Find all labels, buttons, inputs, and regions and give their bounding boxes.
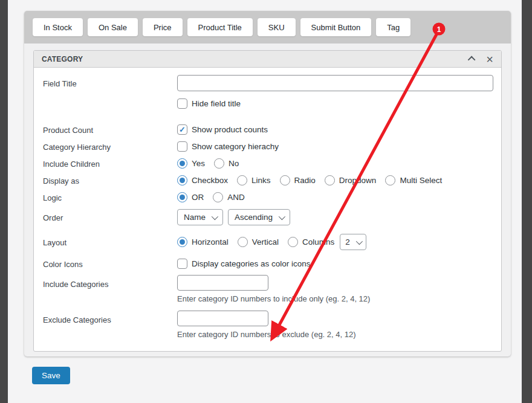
field-button-product-title[interactable]: Product Title [187, 18, 253, 36]
exclude-categories-label: Exclude Categories [43, 311, 177, 324]
layout-vertical-option[interactable]: Vertical [238, 237, 279, 247]
hide-field-title-option[interactable]: Hide field title [177, 98, 493, 109]
include-categories-input[interactable] [177, 275, 268, 291]
layout-vertical-radio[interactable] [238, 237, 248, 247]
page-background: In Stock On Sale Price Product Title SKU… [8, 0, 522, 403]
field-title-input[interactable] [177, 75, 493, 91]
show-category-hierarchy-checkbox[interactable] [177, 141, 187, 152]
show-product-counts-option[interactable]: Show product counts [177, 124, 493, 135]
include-children-yes-radio[interactable] [177, 158, 187, 169]
category-panel-header: CATEGORY × [34, 51, 501, 68]
order-direction-select[interactable]: Ascending [228, 209, 290, 225]
logic-and-option[interactable]: AND [213, 192, 245, 202]
logic-label: Logic [43, 192, 177, 202]
order-label: Order [43, 212, 177, 222]
field-type-toolbar: In Stock On Sale Price Product Title SKU… [24, 11, 511, 44]
category-panel: CATEGORY × Field Title [33, 50, 502, 352]
display-as-checkbox-radio[interactable] [177, 175, 187, 185]
display-as-links-option[interactable]: Links [237, 175, 271, 185]
hide-field-title-checkbox[interactable] [177, 98, 187, 109]
field-button-tag[interactable]: Tag [376, 18, 410, 36]
logic-and-radio[interactable] [213, 192, 223, 202]
save-button[interactable]: Save [32, 367, 70, 384]
product-count-label: Product Count [43, 124, 177, 135]
show-category-hierarchy-text: Show category hierachy [192, 142, 279, 151]
field-button-in-stock[interactable]: In Stock [33, 18, 83, 36]
layout-columns-select[interactable]: 2 [340, 234, 366, 250]
logic-or-option[interactable]: OR [177, 192, 204, 202]
include-children-yes-option[interactable]: Yes [177, 158, 205, 169]
modal-body: CATEGORY × Field Title [24, 44, 511, 358]
chevron-down-icon [279, 213, 285, 219]
chevron-down-icon [356, 237, 363, 244]
field-button-submit-button[interactable]: Submit Button [300, 18, 372, 36]
field-button-price[interactable]: Price [143, 18, 183, 36]
layout-columns-option[interactable]: Columns [288, 237, 334, 247]
show-product-counts-checkbox[interactable] [177, 124, 187, 135]
collapse-icon[interactable] [468, 56, 476, 64]
field-button-sku[interactable]: SKU [258, 18, 296, 36]
logic-or-radio[interactable] [177, 192, 187, 202]
color-icons-label: Color Icons [43, 259, 177, 269]
display-as-label: Display as [43, 175, 177, 185]
category-panel-body: Field Title Hide field title Product Cou… [34, 68, 501, 351]
show-product-counts-text: Show product counts [192, 125, 268, 134]
hide-field-title-text: Hide field title [192, 99, 241, 108]
include-children-label: Include Children [43, 158, 177, 169]
display-as-radio-option[interactable]: Radio [280, 175, 316, 185]
field-editor-modal: In Stock On Sale Price Product Title SKU… [24, 11, 511, 356]
include-categories-label: Include Categories [43, 275, 177, 289]
chevron-down-icon [212, 213, 218, 219]
include-children-no-radio[interactable] [214, 158, 224, 169]
color-icons-option[interactable]: Display categories as color icons [177, 259, 493, 269]
display-as-multi-select-option[interactable]: Multi Select [385, 175, 442, 185]
layout-horizontal-radio[interactable] [177, 237, 187, 247]
display-as-dropdown-option[interactable]: Dropdown [325, 175, 377, 185]
order-by-select[interactable]: Name [177, 209, 223, 225]
close-icon[interactable]: × [486, 53, 493, 65]
layout-label: Layout [43, 237, 177, 247]
display-as-multi-select-radio[interactable] [385, 175, 395, 185]
panel-title: CATEGORY [42, 55, 83, 63]
display-as-checkbox-option[interactable]: Checkbox [177, 175, 228, 185]
display-as-radio-radio[interactable] [280, 175, 290, 185]
display-as-dropdown-radio[interactable] [325, 175, 335, 185]
category-hierarchy-label: Category Hierarchy [43, 141, 177, 152]
color-icons-checkbox[interactable] [177, 259, 187, 269]
layout-horizontal-option[interactable]: Horizontal [177, 237, 229, 247]
show-category-hierarchy-option[interactable]: Show category hierachy [177, 141, 493, 152]
exclude-categories-input[interactable] [177, 311, 268, 326]
exclude-categories-hint: Enter category ID numbers to exclude (eg… [177, 330, 493, 339]
layout-columns-radio[interactable] [288, 237, 298, 247]
field-title-label: Field Title [43, 78, 177, 88]
include-categories-hint: Enter category ID numbers to include onl… [177, 294, 493, 303]
field-button-on-sale[interactable]: On Sale [88, 18, 138, 36]
display-as-links-radio[interactable] [237, 175, 247, 185]
include-children-no-option[interactable]: No [214, 158, 239, 169]
